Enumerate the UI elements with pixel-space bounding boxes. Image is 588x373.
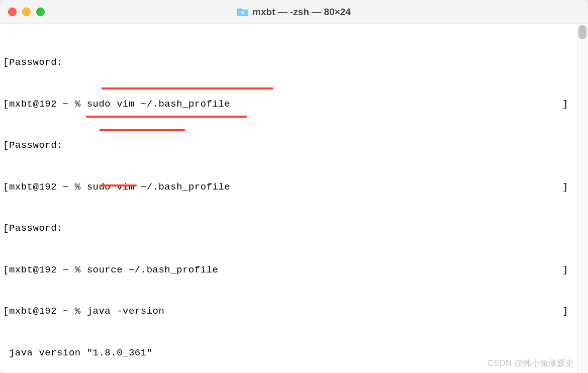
line-end: ] xyxy=(562,98,568,112)
window-title: mxbt — -zsh — 80×24 xyxy=(252,7,351,18)
annotation-underline xyxy=(86,116,247,118)
terminal-line: [Password: xyxy=(3,139,63,153)
line-end: ] xyxy=(562,263,568,277)
terminal-line: java version "1.8.0_361" xyxy=(3,346,153,360)
line-end: ] xyxy=(562,180,568,195)
annotation-underline xyxy=(100,129,185,131)
close-button[interactable] xyxy=(8,8,17,16)
terminal-line: [mxbt@192 ~ % sudo vim ~/.bash_profile xyxy=(3,98,230,112)
titlebar: mxbt — -zsh — 80×24 xyxy=(0,0,588,24)
minimize-button[interactable] xyxy=(22,8,31,16)
terminal-line: [Password: xyxy=(3,56,63,70)
scrollbar-thumb[interactable] xyxy=(578,25,586,39)
traffic-lights xyxy=(8,8,45,16)
watermark: CSDN @韩小兔修媛史 xyxy=(487,357,574,369)
terminal-line: [mxbt@192 ~ % sudo vim ~/.bash_profile xyxy=(3,180,230,195)
annotation-underline xyxy=(100,184,137,187)
terminal-body[interactable]: [Password: [mxbt@192 ~ % sudo vim ~/.bas… xyxy=(0,24,588,373)
terminal-line: [mxbt@192 ~ % java -version xyxy=(3,305,164,319)
annotation-underline xyxy=(102,87,273,89)
terminal-line: [mxbt@192 ~ % source ~/.bash_profile xyxy=(3,263,218,277)
window-title-container: mxbt — -zsh — 80×24 xyxy=(237,7,351,18)
svg-point-1 xyxy=(242,11,244,14)
maximize-button[interactable] xyxy=(36,8,45,16)
folder-icon xyxy=(237,8,248,17)
scrollbar-track[interactable] xyxy=(577,24,588,373)
terminal-window: mxbt — -zsh — 80×24 [Password: [mxbt@192… xyxy=(0,0,588,373)
terminal-line: [Password: xyxy=(3,222,63,236)
line-end: ] xyxy=(562,305,568,319)
terminal-content: [Password: [mxbt@192 ~ % sudo vim ~/.bas… xyxy=(3,28,585,373)
